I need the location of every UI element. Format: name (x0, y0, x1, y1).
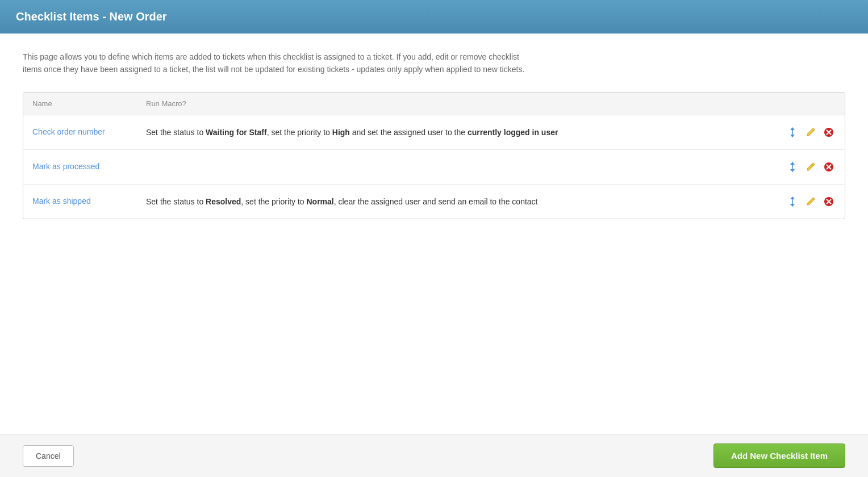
table-row: Mark as processed (23, 149, 845, 184)
modal-title: Checklist Items - New Order (16, 10, 852, 23)
row-1-action-icons (786, 125, 836, 139)
delete-icon (824, 162, 834, 172)
row-2-actions-cell (777, 149, 845, 184)
modal-header: Checklist Items - New Order (0, 0, 868, 34)
row-2-edit-button[interactable] (804, 160, 817, 174)
modal-container: Checklist Items - New Order This page al… (0, 0, 868, 477)
row-3-sort-button[interactable] (786, 195, 799, 208)
row-2-delete-button[interactable] (822, 160, 836, 174)
cancel-button[interactable]: Cancel (23, 445, 74, 467)
row-2-macro-cell (137, 149, 777, 184)
row-1-name-link[interactable]: Check order number (32, 127, 105, 136)
col-header-macro: Run Macro? (137, 93, 777, 115)
row-3-delete-button[interactable] (822, 195, 836, 208)
row-1-actions-cell (777, 115, 845, 149)
table-row: Mark as shipped Set the status to Resolv… (23, 184, 845, 219)
row-2-name-link[interactable]: Mark as processed (32, 162, 99, 171)
checklist-table-container: Name Run Macro? Check order number Set t… (23, 92, 845, 219)
pencil-icon (806, 127, 816, 137)
table-header-row: Name Run Macro? (23, 93, 845, 115)
table-row: Check order number Set the status to Wai… (23, 115, 845, 149)
row-3-actions-cell (777, 184, 845, 219)
row-3-edit-button[interactable] (804, 195, 817, 208)
row-1-macro-cell: Set the status to Waiting for Staff, set… (137, 115, 777, 149)
modal-footer: Cancel Add New Checklist Item (0, 434, 868, 477)
row-2-name-cell: Mark as processed (23, 149, 137, 184)
delete-icon (824, 196, 834, 207)
row-1-name-cell: Check order number (23, 115, 137, 149)
row-3-name-link[interactable]: Mark as shipped (32, 196, 91, 206)
pencil-icon (806, 162, 816, 172)
row-3-name-cell: Mark as shipped (23, 184, 137, 219)
description-text: This page allows you to define which ite… (23, 51, 534, 76)
delete-icon (824, 127, 834, 137)
pencil-icon (806, 196, 816, 207)
row-1-edit-button[interactable] (804, 125, 817, 139)
row-2-action-icons (786, 160, 836, 174)
checklist-table: Name Run Macro? Check order number Set t… (23, 93, 845, 219)
modal-body: This page allows you to define which ite… (0, 34, 868, 434)
row-3-macro-text: Set the status to Resolved, set the prio… (146, 197, 538, 206)
sort-icon (788, 161, 796, 173)
row-1-macro-text: Set the status to Waiting for Staff, set… (146, 128, 558, 137)
row-3-action-icons (786, 195, 836, 208)
add-checklist-item-button[interactable]: Add New Checklist Item (713, 443, 845, 468)
sort-icon (788, 126, 796, 139)
row-3-macro-cell: Set the status to Resolved, set the prio… (137, 184, 777, 219)
col-header-name: Name (23, 93, 137, 115)
row-1-sort-button[interactable] (786, 125, 799, 139)
sort-icon (788, 195, 796, 208)
row-1-delete-button[interactable] (822, 125, 836, 139)
row-2-sort-button[interactable] (786, 160, 799, 174)
col-header-actions (777, 93, 845, 115)
